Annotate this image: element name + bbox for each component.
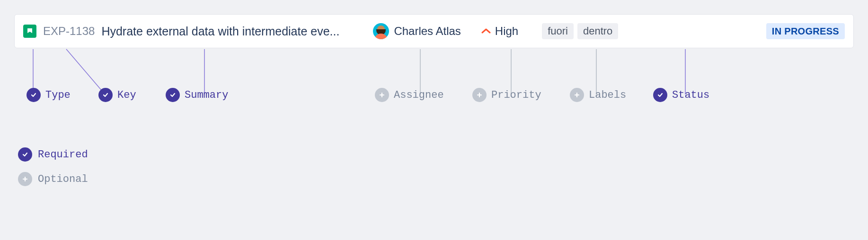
field-status: Status — [653, 88, 709, 102]
plus-icon — [375, 88, 389, 102]
priority-field[interactable]: High — [481, 25, 518, 38]
assignee-name: Charles Atlas — [394, 25, 461, 38]
plus-icon — [18, 172, 32, 186]
legend-optional: Optional — [18, 172, 88, 186]
check-icon — [166, 88, 180, 102]
plus-icon — [570, 88, 584, 102]
field-assignee: Assignee — [375, 88, 444, 102]
check-icon — [653, 88, 667, 102]
field-descriptors: Type Key Summary Assignee Priority — [0, 88, 868, 107]
field-type: Type — [27, 88, 71, 102]
legend: Required Optional — [18, 147, 88, 186]
priority-label: High — [495, 25, 518, 38]
field-priority: Priority — [472, 88, 541, 102]
field-summary: Summary — [166, 88, 228, 102]
issue-row: EXP-1138 Hydrate external data with inte… — [14, 14, 854, 48]
field-key: Key — [98, 88, 136, 102]
check-icon — [18, 147, 32, 162]
labels-field[interactable]: fuori dentro — [542, 23, 618, 39]
check-icon — [27, 88, 41, 102]
issue-key[interactable]: EXP-1138 — [43, 25, 95, 38]
issue-type-icon — [23, 25, 36, 38]
check-icon — [98, 88, 113, 102]
plus-icon — [472, 88, 487, 102]
label-chip[interactable]: fuori — [542, 23, 574, 39]
priority-high-icon — [481, 26, 491, 36]
assignee-field[interactable]: Charles Atlas — [373, 23, 461, 39]
issue-summary[interactable]: Hydrate external data with intermediate … — [101, 25, 366, 38]
avatar — [373, 23, 389, 39]
field-labels: Labels — [570, 88, 626, 102]
legend-required: Required — [18, 147, 88, 162]
status-chip: IN PROGRESS — [766, 23, 845, 39]
label-chip[interactable]: dentro — [577, 23, 618, 39]
status-field[interactable]: IN PROGRESS — [766, 25, 845, 37]
